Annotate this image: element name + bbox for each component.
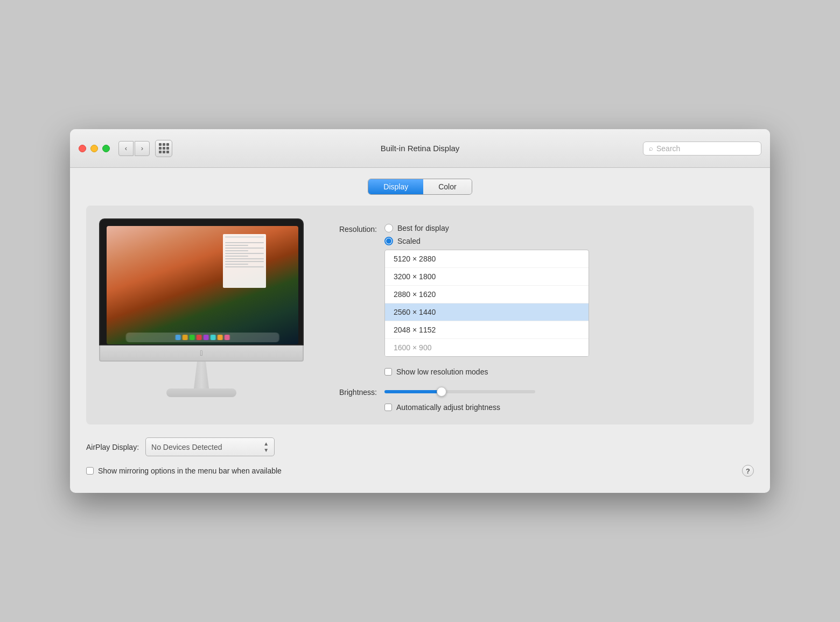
- tab-color[interactable]: Color: [423, 179, 471, 194]
- stand-neck: [191, 362, 212, 388]
- imac-screen-bezel: [99, 218, 304, 345]
- mirroring-checkbox[interactable]: [86, 467, 94, 475]
- doc-line: [225, 253, 264, 254]
- mirroring-label: Show mirroring options in the menu bar w…: [98, 466, 282, 475]
- radio-scaled-circle: [384, 237, 393, 245]
- dock-icon: [203, 335, 208, 340]
- low-res-checkbox[interactable]: [384, 368, 392, 376]
- airplay-row: AirPlay Display: No Devices Detected ▲ ▼: [86, 437, 754, 456]
- airplay-dropdown[interactable]: No Devices Detected ▲ ▼: [145, 437, 275, 456]
- radio-options: Best for display Scaled 5120 × 2880 3200…: [384, 224, 589, 376]
- chevron-down-icon: ▼: [263, 447, 269, 453]
- auto-brightness-checkbox[interactable]: [384, 404, 392, 411]
- doc-line: [225, 248, 264, 249]
- resolution-list[interactable]: 5120 × 2880 3200 × 1800 2880 × 1620 2560…: [384, 250, 589, 357]
- dropdown-arrows-icon: ▲ ▼: [263, 441, 269, 453]
- screen-document: [223, 234, 266, 288]
- dock-icon: [182, 335, 187, 340]
- dock-icon: [224, 335, 229, 340]
- mirroring-row: Show mirroring options in the menu bar w…: [86, 465, 754, 477]
- radio-scaled-label: Scaled: [397, 237, 421, 245]
- back-button[interactable]: ‹: [118, 141, 134, 156]
- close-button[interactable]: [79, 145, 86, 152]
- nav-buttons: ‹ ›: [118, 141, 150, 156]
- tab-group: Display Color: [368, 179, 472, 195]
- resolution-label: Resolution:: [320, 224, 384, 234]
- brightness-slider[interactable]: [384, 390, 535, 393]
- window-title: Built-in Retina Display: [381, 144, 460, 153]
- brightness-row: Brightness:: [320, 387, 741, 397]
- tab-display[interactable]: Display: [368, 179, 423, 194]
- minimize-button[interactable]: [90, 145, 98, 152]
- airplay-label: AirPlay Display:: [86, 443, 139, 451]
- doc-line: [225, 245, 248, 246]
- dock-bar: [126, 333, 279, 342]
- auto-brightness-row: Automatically adjust brightness: [384, 403, 741, 412]
- brightness-label: Brightness:: [320, 387, 384, 397]
- system-preferences-window: ‹ › Built-in Retina Display ⌕ Display Co…: [70, 129, 770, 493]
- main-panel:  Resolution: Best for displa: [86, 206, 754, 425]
- dock-icon: [196, 335, 201, 340]
- imac-illustration: : [99, 218, 304, 397]
- dock-icon: [175, 335, 180, 340]
- resolution-item-3200[interactable]: 3200 × 1800: [385, 268, 589, 286]
- chevron-up-icon: ▲: [263, 441, 269, 447]
- doc-line: [225, 256, 248, 257]
- resolution-item-2560[interactable]: 2560 × 1440: [385, 303, 589, 321]
- resolution-item-1600[interactable]: 1600 × 900: [385, 339, 589, 356]
- dock-icon: [210, 335, 215, 340]
- radio-scaled[interactable]: Scaled: [384, 237, 589, 245]
- monitor-section: : [99, 218, 304, 397]
- low-res-label: Show low resolution modes: [396, 367, 488, 376]
- resolution-item-5120[interactable]: 5120 × 2880: [385, 250, 589, 268]
- radio-inner: [386, 238, 391, 244]
- low-res-row: Show low resolution modes: [384, 367, 589, 376]
- doc-lines: [225, 242, 264, 267]
- resolution-item-2048[interactable]: 2048 × 1152: [385, 321, 589, 339]
- search-icon: ⌕: [649, 144, 653, 152]
- search-input[interactable]: [656, 144, 755, 153]
- radio-best-label: Best for display: [397, 224, 449, 232]
- grid-view-button[interactable]: [155, 140, 172, 157]
- apple-logo-icon: : [200, 349, 202, 357]
- screen-wallpaper: [107, 226, 298, 344]
- bottom-section: AirPlay Display: No Devices Detected ▲ ▼…: [86, 437, 754, 477]
- doc-line: [225, 266, 264, 267]
- stand-base: [166, 388, 236, 397]
- mirroring-left: Show mirroring options in the menu bar w…: [86, 466, 282, 475]
- imac-stand: [99, 362, 304, 397]
- fullscreen-button[interactable]: [102, 145, 110, 152]
- doc-line: [225, 250, 248, 251]
- help-button[interactable]: ?: [742, 465, 754, 477]
- resolution-row: Resolution: Best for display Scaled: [320, 224, 741, 376]
- resolution-item-2880[interactable]: 2880 × 1620: [385, 286, 589, 303]
- radio-best-for-display[interactable]: Best for display: [384, 224, 589, 232]
- doc-line: [225, 258, 264, 259]
- doc-line: [225, 264, 248, 265]
- content-area: Display Color: [70, 168, 770, 493]
- traffic-lights: [79, 145, 110, 152]
- imac-chin: : [99, 345, 304, 362]
- slider-thumb: [437, 387, 446, 397]
- titlebar: ‹ › Built-in Retina Display ⌕: [70, 129, 770, 168]
- search-box[interactable]: ⌕: [643, 142, 761, 156]
- settings-section: Resolution: Best for display Scaled: [320, 218, 741, 412]
- doc-line: [225, 242, 264, 243]
- dock-icon: [189, 335, 194, 340]
- dock-icon: [217, 335, 222, 340]
- airplay-dropdown-text: No Devices Detected: [151, 443, 222, 451]
- auto-brightness-label: Automatically adjust brightness: [396, 403, 500, 412]
- radio-best-circle: [384, 224, 393, 232]
- forward-button[interactable]: ›: [135, 141, 150, 156]
- imac-screen: [107, 226, 298, 344]
- doc-line: [225, 261, 264, 262]
- grid-icon: [159, 143, 169, 153]
- tab-container: Display Color: [86, 179, 754, 195]
